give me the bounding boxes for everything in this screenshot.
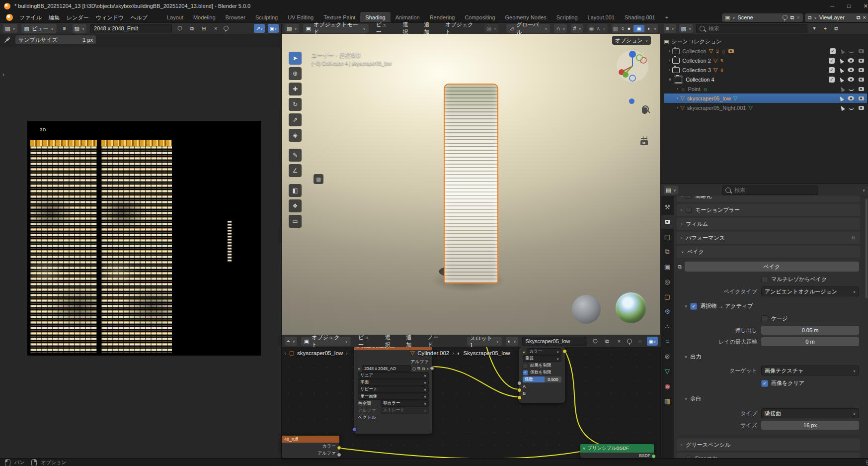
outliner-row-point-light[interactable]: › ☼ Point ☼ <box>664 84 867 93</box>
hide-toggle-icon[interactable] <box>848 68 854 72</box>
colorspace-dropdown[interactable]: 非カラー∨ <box>381 400 429 407</box>
tool-add-primitive[interactable]: ◧ <box>289 184 302 197</box>
render-toggle-icon[interactable] <box>859 106 864 110</box>
clamp-result-checkbox[interactable] <box>523 363 528 369</box>
tab-world[interactable]: ◎ <box>661 275 674 288</box>
tool-cursor[interactable]: ⊕ <box>289 67 302 80</box>
editor-type-button[interactable]: ▨∨ <box>3 24 17 33</box>
tab-texture[interactable]: ▦ <box>661 394 674 408</box>
search-input[interactable] <box>708 25 804 32</box>
bake-type-dropdown[interactable]: アンビエントオクルージョン∨ <box>761 286 859 296</box>
region-toggle-arrow[interactable]: ‹ <box>284 350 286 356</box>
unlink-material-icon[interactable]: × <box>615 337 623 346</box>
a-input-socket[interactable] <box>517 388 522 392</box>
tool-transform[interactable]: ◈ <box>289 129 302 142</box>
factor-slider[interactable]: 係数 0.500 <box>523 376 561 382</box>
roughness-texture-node[interactable]: 48_ruff カラー アルファ <box>282 436 339 458</box>
render-toggle-icon[interactable] <box>859 68 864 72</box>
outliner-row-skyscraper05-night[interactable]: › ▽ skyscraper05_Night.001 ▽ <box>664 103 867 112</box>
render-toggle-icon[interactable] <box>859 59 864 63</box>
copy-view-layer-icon[interactable]: ⧉ <box>857 14 861 21</box>
browse-image-button[interactable]: ▨∨ <box>73 24 87 33</box>
collapsed-menus-icon[interactable]: ≡ <box>61 24 69 33</box>
copy-scene-icon[interactable]: ⧉ <box>790 14 794 21</box>
node-image-name[interactable]: 2048 x 2048_AO <box>362 365 411 372</box>
tab-particles[interactable]: ∴ <box>661 319 674 333</box>
shader-menu-add[interactable]: 追加 <box>403 336 420 347</box>
browse-material-button[interactable]: ◐∨ <box>506 337 518 346</box>
bsdf-output-socket[interactable] <box>651 454 656 459</box>
transform-pivot-button[interactable]: ◎∨ <box>484 24 498 33</box>
expand-icon[interactable]: › <box>677 87 678 91</box>
panel-motion-blur[interactable]: ›モーションブラー <box>677 204 860 216</box>
blend-mode-dropdown[interactable]: 乗算∨ <box>523 355 561 362</box>
simplify-checkbox[interactable] <box>686 196 692 199</box>
properties-search[interactable] <box>722 186 818 195</box>
duplicate-image-icon[interactable]: ⧉ <box>188 24 196 33</box>
alpha-output-socket[interactable] <box>337 453 341 457</box>
outliner-row-scene-collection[interactable]: ▣ シーンコレクション <box>664 37 867 46</box>
workspace-tab-layout[interactable]: Layout <box>162 12 188 23</box>
workspace-tab-layout-001[interactable]: Layout.001 <box>583 12 620 23</box>
outliner-row-collection-3[interactable]: › Collection 3 ▽8 ✓ <box>664 65 867 75</box>
proportional-editing-group[interactable]: ◉∧∨ <box>587 24 608 33</box>
panel-grease-pencil[interactable]: ›グリースペンシル <box>677 439 860 451</box>
bake-button[interactable]: ベイク <box>685 262 859 272</box>
render-toggle-icon[interactable] <box>859 96 864 100</box>
tab-scene[interactable]: ▣ <box>661 260 674 274</box>
shader-type-selector[interactable]: ▣オブジェクト∨ <box>301 337 351 346</box>
interpolation-dropdown[interactable]: リニア∨ <box>358 372 429 379</box>
tab-object[interactable]: ▢ <box>661 289 674 303</box>
delete-view-layer-icon[interactable]: × <box>863 14 866 20</box>
expand-icon[interactable]: › <box>677 96 678 100</box>
selectable-toggle-icon[interactable] <box>839 86 845 92</box>
exclude-checkbox[interactable]: ✓ <box>829 77 835 83</box>
tool-annotate[interactable]: ✎ <box>289 149 302 162</box>
result-output-socket[interactable] <box>562 349 567 354</box>
shader-menu-view[interactable]: ビュー <box>355 336 378 347</box>
workspace-tab-browser[interactable]: Browser <box>221 12 250 23</box>
node-close-icon[interactable]: × <box>426 367 429 371</box>
fake-user-shield-icon[interactable]: ⬠ <box>176 24 184 33</box>
tab-physics[interactable]: ≈ <box>661 334 674 348</box>
margin-size-value[interactable]: 16 px <box>761 421 859 430</box>
factor-input-socket[interactable] <box>517 381 522 385</box>
extrusion-value[interactable]: 0.05 m <box>761 326 859 335</box>
snap-node-icon[interactable]: ∩ <box>636 337 644 346</box>
transform-orientation-selector[interactable]: ⊿グローバル∨ <box>506 24 550 33</box>
menu-help[interactable]: ヘルプ <box>127 12 151 23</box>
workspace-tab-shading-001[interactable]: Shading.001 <box>620 12 660 23</box>
expand-icon[interactable]: › <box>669 68 670 72</box>
close-button[interactable]: ✕ <box>864 3 868 9</box>
scene-selector[interactable]: ▣ ∨ Scene ⧉ × <box>722 13 803 22</box>
tool-measure[interactable]: ∠ <box>289 164 302 177</box>
panel-simplify[interactable]: ›簡略化 <box>677 196 860 202</box>
presets-icon[interactable]: ≋ <box>851 235 856 241</box>
hide-toggle-icon[interactable] <box>849 87 854 91</box>
snap-toggle[interactable]: ∩∨ <box>554 24 567 33</box>
target-dropdown[interactable]: 画像テクスチャ∨ <box>761 366 859 375</box>
selectable-toggle-icon[interactable] <box>838 67 844 73</box>
node-copy-icon[interactable]: ⧉ <box>417 366 420 371</box>
expand-icon[interactable]: › <box>669 49 670 53</box>
mix-color-node[interactable]: ●カラー∨ 乗算∨ 結果を制限 ✓係数を制限 係数 0.500 A B <box>519 347 565 403</box>
tool-move[interactable]: ✚ <box>289 83 302 95</box>
node-header[interactable]: ∨プリンシプルBSDF <box>580 444 654 453</box>
editor-type-button[interactable]: ≡∨ <box>664 24 676 33</box>
outliner-row-collection[interactable]: › Collection ▽3 ☼ ✓ <box>664 46 867 56</box>
unlink-image-icon[interactable]: × <box>212 24 220 33</box>
search-input[interactable] <box>733 186 815 193</box>
selectable-toggle-icon[interactable] <box>839 104 845 111</box>
viewport-menu-add[interactable]: 追加 <box>420 23 438 34</box>
minimize-button[interactable]: ─ <box>830 3 834 9</box>
outliner-row-collection-4[interactable]: ∨ Collection 4 ✓ <box>664 75 867 84</box>
selectable-toggle-icon[interactable] <box>838 76 844 83</box>
selectable-toggle-icon[interactable] <box>838 57 844 64</box>
margin-subpanel-label[interactable]: 余白 <box>690 395 701 402</box>
viewport-menu-select[interactable]: 選択 <box>399 23 417 34</box>
skyscraper-object[interactable] <box>444 84 498 283</box>
node-header[interactable]: 48_ruff <box>282 436 339 443</box>
color-output-socket[interactable] <box>337 446 341 450</box>
properties-scrollbar[interactable] <box>866 199 868 298</box>
exclude-checkbox[interactable]: ✓ <box>829 67 835 73</box>
